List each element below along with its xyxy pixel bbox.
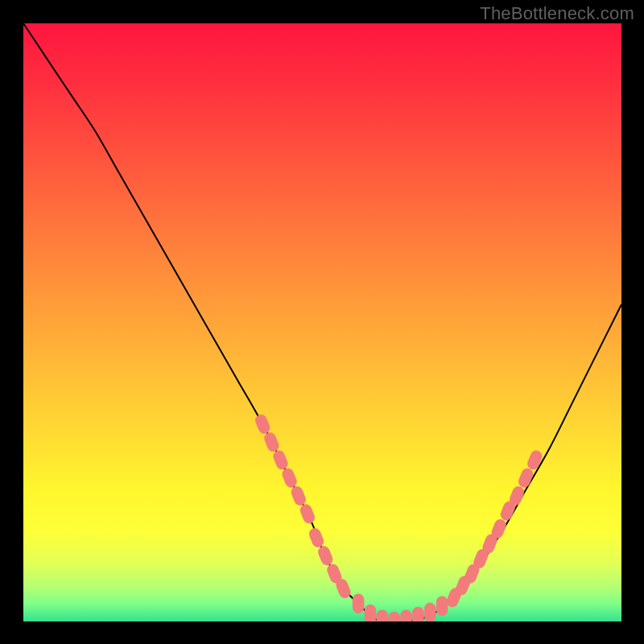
curve-marker — [353, 594, 364, 613]
curve-marker — [401, 610, 412, 621]
curve-marker — [412, 607, 423, 621]
curve-marker — [365, 605, 376, 621]
chart-stage: TheBottleneck.com — [0, 0, 644, 644]
gradient-background — [23, 23, 621, 621]
bottleneck-chart — [23, 23, 621, 621]
curve-marker — [424, 603, 436, 621]
watermark-text: TheBottleneck.com — [480, 3, 634, 24]
curve-marker — [436, 597, 448, 616]
curve-marker — [377, 610, 388, 621]
curve-marker — [389, 612, 400, 621]
